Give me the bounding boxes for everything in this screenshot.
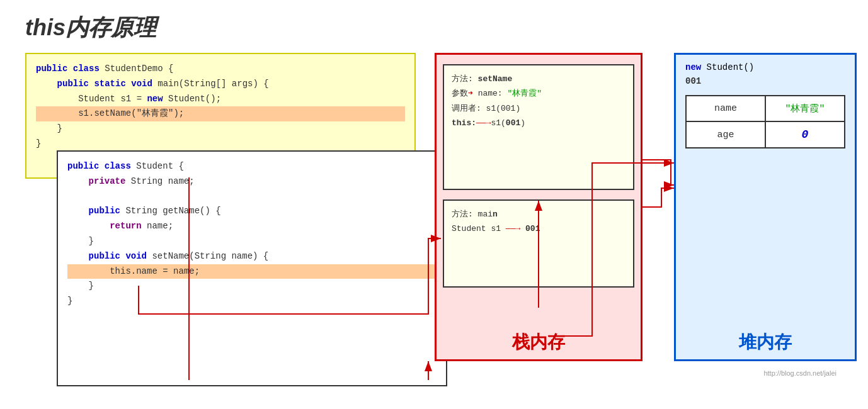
code-inner-10: }	[67, 294, 437, 309]
code-inner-8: this.name = name;	[67, 264, 437, 279]
heap-fields-table: name "林青霞" age 0	[685, 95, 845, 148]
code-inner-5: return name;	[67, 219, 437, 234]
frame-main-title: 方法: main	[452, 207, 625, 221]
heap-label: 堆内存	[739, 330, 792, 354]
heap-field-name-value: "林青霞"	[765, 96, 845, 121]
arrow-setname-to-heap-name	[642, 160, 674, 185]
title-suffix: 内存原理	[66, 14, 156, 40]
title-this: this	[25, 14, 66, 40]
code-inner-7: public void setName(String name) {	[67, 249, 437, 264]
frame-setname: 方法: setName 参数➜ name: "林青霞" 调用者: s1(001)…	[443, 64, 634, 190]
heap-field-age-value: 0	[765, 121, 845, 148]
code-inner-1: public class Student {	[67, 159, 437, 174]
frame-setname-title: 方法: setName	[452, 72, 625, 86]
heap-field-name-label: name	[686, 96, 765, 121]
page-title: this内存原理	[0, 0, 868, 53]
heap-row-name: name "林青霞"	[686, 96, 845, 121]
frame-setname-param: 参数➜ name: "林青霞"	[452, 86, 625, 101]
code-line-6: }	[36, 137, 405, 152]
code-line-2: public static void main(String[] args) {	[36, 77, 405, 92]
code-line-4: s1.setName("林青霞");	[36, 106, 405, 121]
frame-main: 方法: main Student s1 ——→ 001	[443, 199, 634, 288]
frame-setname-caller: 调用者: s1(001)	[452, 101, 625, 116]
code-inner-2: private String name;	[67, 174, 437, 189]
code-box-student: public class Student { private String na…	[57, 150, 447, 386]
arrow-this-to-heap	[642, 188, 674, 207]
watermark: http://blog.csdn.net/jalei	[763, 369, 837, 377]
code-inner-3	[67, 189, 437, 204]
code-line-1: public class StudentDemo {	[36, 62, 405, 77]
frame-main-var: Student s1 ——→ 001	[452, 221, 625, 236]
heap-memory-box: new Student() 001 name "林青霞" age 0 堆内存	[674, 53, 857, 361]
heap-new-title: new Student()	[676, 55, 855, 76]
stack-memory-box: 方法: setName 参数➜ name: "林青霞" 调用者: s1(001)…	[435, 53, 642, 361]
stack-label: 栈内存	[512, 330, 565, 354]
main-diagram: public class StudentDemo { public static…	[13, 53, 855, 380]
code-line-5: }	[36, 121, 405, 137]
frame-setname-this: this:——→s1(001)	[452, 116, 625, 130]
heap-field-age-label: age	[686, 121, 765, 148]
code-inner-9: }	[67, 279, 437, 294]
heap-row-age: age 0	[686, 121, 845, 148]
heap-address: 001	[676, 76, 855, 90]
code-line-3: Student s1 = new Student();	[36, 92, 405, 107]
code-inner-4: public String getName() {	[67, 204, 437, 219]
code-inner-6: }	[67, 234, 437, 249]
